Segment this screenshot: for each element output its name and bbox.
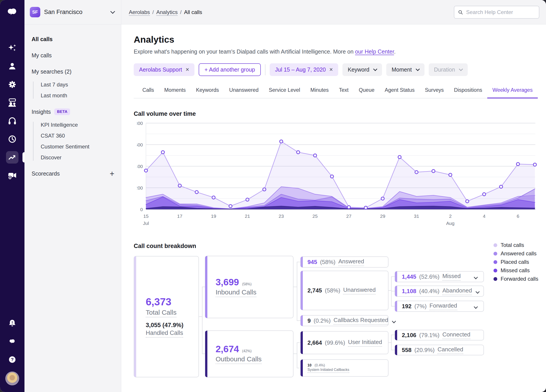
sidebar-item-last-7-days[interactable]: Last 7 days bbox=[41, 82, 114, 88]
tab-unanswered[interactable]: Unanswered bbox=[224, 86, 264, 98]
missed-label: Missed bbox=[442, 273, 461, 281]
sidebar-item-my-calls[interactable]: My calls bbox=[32, 52, 114, 59]
sidebar-item-my-searches-2-[interactable]: My searches (2) bbox=[32, 69, 114, 75]
meetings-video-icon[interactable] bbox=[6, 169, 19, 182]
tab-queue[interactable]: Queue bbox=[354, 86, 380, 98]
sidebar-item-label: My calls bbox=[32, 52, 52, 59]
callbacks-value: 9 bbox=[307, 317, 311, 324]
tab-agent-status[interactable]: Agent Status bbox=[380, 86, 420, 98]
notifications-bell-icon[interactable] bbox=[6, 317, 19, 329]
tab-minutes[interactable]: Minutes bbox=[305, 86, 334, 98]
legend-item-missed-calls: Missed calls bbox=[494, 267, 538, 273]
unanswered-label: Unanswered bbox=[343, 286, 376, 294]
connector bbox=[391, 277, 392, 306]
sidebar-item-discover[interactable]: Discover bbox=[41, 154, 114, 161]
svg-text:25: 25 bbox=[312, 214, 318, 219]
filter-chip-aerolabs-support[interactable]: Aerolabs Support× bbox=[134, 63, 195, 76]
close-icon[interactable]: × bbox=[329, 66, 333, 73]
connector bbox=[297, 342, 297, 368]
help-center-link[interactable]: our Help Center bbox=[355, 48, 394, 55]
ai-sparkles-icon[interactable] bbox=[6, 42, 19, 54]
cancelled-pct: (20.9%) bbox=[414, 347, 435, 354]
settings-gear-icon[interactable] bbox=[6, 78, 19, 91]
chip-label: + Add another group bbox=[204, 66, 255, 73]
answered-value: 945 bbox=[307, 259, 317, 266]
unanswered-box: 2,745(58%)Unanswered bbox=[300, 271, 389, 310]
total-calls-box: 6,373 Total Calls 3,055 (47.9%) Handled … bbox=[134, 256, 199, 377]
chart-legend: Total callsAnswered callsPlaced callsMis… bbox=[494, 242, 538, 282]
breadcrumb-analytics[interactable]: Analytics bbox=[156, 9, 178, 15]
add-scorecard-button[interactable]: + bbox=[110, 171, 114, 176]
filter-bar: Aerolabs Support×+ Add another groupJul … bbox=[134, 63, 546, 76]
chip-label: Moment bbox=[392, 66, 412, 73]
tab-text[interactable]: Text bbox=[334, 86, 354, 98]
chip-label: Keyword bbox=[348, 66, 369, 73]
sidebar-item-scorecards[interactable]: Scorecards+ bbox=[32, 171, 114, 177]
svg-text:600: 600 bbox=[137, 142, 143, 147]
search-input[interactable] bbox=[466, 9, 535, 16]
workspace-switcher[interactable]: SF San Francisco bbox=[25, 0, 121, 25]
page-intro: Explore what's happening on your team's … bbox=[134, 48, 546, 55]
legend-label: Forwarded calls bbox=[500, 276, 538, 282]
tab-moments[interactable]: Moments bbox=[159, 86, 191, 98]
filter-chip-duration[interactable]: Duration bbox=[429, 63, 468, 76]
tab-keywords[interactable]: Keywords bbox=[191, 86, 224, 98]
system-callbacks-pct: (0.4%) bbox=[315, 363, 325, 367]
legend-dot bbox=[494, 252, 497, 256]
close-icon[interactable]: × bbox=[186, 66, 189, 73]
inbound-calls-box: 3,699(58%) Inbound Calls bbox=[205, 256, 293, 318]
forwarded-pct: (7%) bbox=[414, 303, 427, 310]
sidebar-item-label: Scorecards bbox=[32, 171, 60, 177]
coaching-icon[interactable] bbox=[6, 96, 19, 109]
sidebar-item-insights[interactable]: InsightsBETA bbox=[32, 108, 114, 115]
sidebar-item-last-month[interactable]: Last month bbox=[41, 92, 114, 99]
breadcrumb: Aerolabs / Analytics / All calls bbox=[129, 9, 202, 15]
history-icon[interactable] bbox=[6, 133, 19, 145]
legend-label: Total calls bbox=[500, 242, 524, 248]
cancelled-box: 558(20.9%)Cancelled bbox=[395, 345, 484, 355]
tab-dispositions[interactable]: Dispositions bbox=[449, 86, 488, 98]
missed-expand-button[interactable] bbox=[473, 272, 479, 282]
dialpad-mini-icon[interactable] bbox=[6, 335, 19, 348]
legend-label: Placed calls bbox=[500, 259, 529, 265]
svg-text:Jul: Jul bbox=[143, 221, 149, 226]
svg-text:15: 15 bbox=[143, 214, 148, 219]
sidebar-item-customer-sentiment[interactable]: Customer Sentiment bbox=[41, 144, 114, 150]
breakdown-title: Call count breakdown bbox=[134, 243, 546, 250]
tab-weekly-averages[interactable]: Weekly Averages bbox=[487, 86, 538, 98]
breadcrumb-aerolabs[interactable]: Aerolabs bbox=[129, 9, 150, 15]
svg-text:0: 0 bbox=[140, 207, 143, 212]
connector bbox=[297, 342, 300, 343]
sidebar-item-all-calls[interactable]: All calls bbox=[32, 36, 114, 42]
help-search-box[interactable] bbox=[454, 6, 539, 19]
sidebar-item-label: All calls bbox=[32, 36, 53, 42]
abandoned-expand-button[interactable] bbox=[475, 286, 480, 296]
filter-chip-keyword[interactable]: Keyword bbox=[342, 63, 382, 76]
svg-text:Aug: Aug bbox=[446, 221, 454, 226]
svg-text:6: 6 bbox=[517, 214, 519, 219]
rail-analytics-icon[interactable] bbox=[6, 151, 19, 164]
total-calls-label: Total Calls bbox=[146, 309, 176, 317]
filter-chip-moment[interactable]: Moment bbox=[386, 63, 424, 76]
sidebar-item-kpi-intelligence[interactable]: KPI Intelligence bbox=[41, 122, 114, 128]
help-icon[interactable]: ? bbox=[6, 353, 19, 366]
filter-chip--add-another-group[interactable]: + Add another group bbox=[199, 63, 261, 76]
connector bbox=[391, 350, 395, 350]
sidebar-nav: All callsMy callsMy searches (2)Last 7 d… bbox=[25, 25, 121, 177]
chevron-down-icon bbox=[110, 9, 115, 14]
user-avatar[interactable] bbox=[5, 372, 19, 385]
contacts-icon[interactable] bbox=[6, 60, 19, 72]
filter-chip-jul-15-aug-7-2020[interactable]: Jul 15 – Aug 7, 2020× bbox=[270, 63, 338, 76]
sidebar-item-csat-360[interactable]: CSAT 360 bbox=[41, 133, 114, 139]
support-headset-icon[interactable] bbox=[6, 115, 19, 127]
tab-calls[interactable]: Calls bbox=[137, 86, 159, 98]
outbound-pct: (42%) bbox=[242, 349, 252, 353]
user-initiated-box: 2,664(99.6%)User Initiated bbox=[300, 331, 389, 354]
forwarded-expand-button[interactable] bbox=[473, 302, 479, 311]
tab-surveys[interactable]: Surveys bbox=[420, 86, 449, 98]
dialpad-logo-icon[interactable] bbox=[6, 6, 19, 18]
tab-service-level[interactable]: Service Level bbox=[264, 86, 305, 98]
call-volume-svg: 0200400600800151719212325272931246JulAug bbox=[137, 119, 538, 230]
callbacks-expand-button[interactable] bbox=[391, 316, 397, 326]
system-callbacks-value: 10 bbox=[307, 363, 312, 367]
